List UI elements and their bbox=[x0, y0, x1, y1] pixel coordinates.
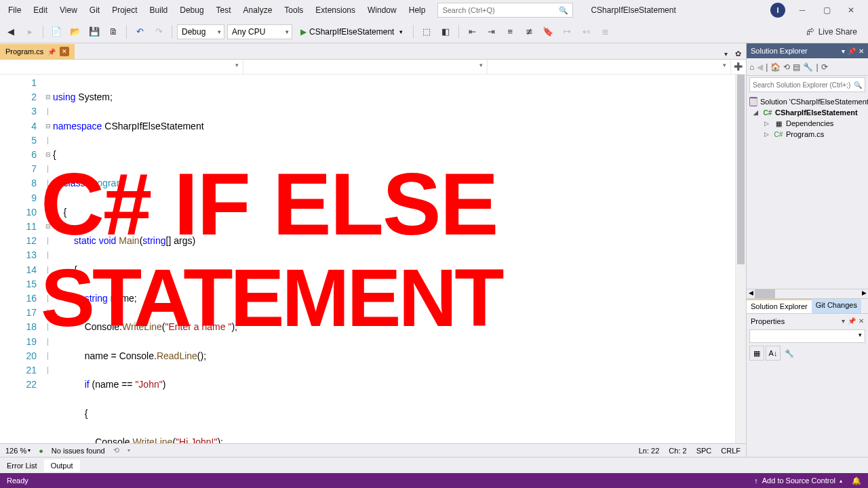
save-button[interactable]: 💾 bbox=[86, 24, 102, 40]
tab-git-changes[interactable]: Git Changes bbox=[812, 299, 861, 313]
menu-tools[interactable]: Tools bbox=[279, 3, 309, 18]
solution-search-input[interactable]: Search Solution Explorer (Ctrl+;) 🔍 bbox=[749, 77, 865, 92]
undo-button[interactable]: ↶ bbox=[132, 24, 148, 40]
user-avatar[interactable]: I bbox=[770, 3, 785, 18]
open-button[interactable]: 📂 bbox=[67, 24, 83, 40]
menu-build[interactable]: Build bbox=[144, 3, 174, 18]
tb-icon-8[interactable]: ↦ bbox=[559, 24, 575, 40]
code-content[interactable]: using System; namespace CSharpIfElseStat… bbox=[53, 75, 735, 443]
indent-inc-button[interactable]: ⇥ bbox=[483, 24, 499, 40]
nav-project-combo[interactable] bbox=[0, 60, 243, 74]
bookmark-button[interactable]: 🔖 bbox=[540, 24, 556, 40]
pin-icon[interactable]: 📌 bbox=[47, 48, 56, 56]
code-editor[interactable]: 12345678910111213141516171819202122 ⊟│⊟│… bbox=[0, 75, 746, 443]
se-wrench-icon[interactable]: 🔧 bbox=[803, 62, 813, 72]
menu-project[interactable]: Project bbox=[106, 3, 142, 18]
se-sync-icon[interactable]: ⟲ bbox=[783, 62, 790, 72]
se-home2-icon[interactable]: 🏠 bbox=[770, 62, 781, 72]
expand-icon[interactable]: ▷ bbox=[764, 120, 771, 127]
check-icon: ● bbox=[39, 447, 43, 455]
line-label: Ln: 22 bbox=[639, 447, 660, 455]
close-tab-button[interactable]: ✕ bbox=[60, 47, 69, 56]
zoom-combo[interactable]: 126 %▾ bbox=[5, 447, 31, 455]
nav-add-button[interactable]: ✚ bbox=[731, 60, 746, 74]
properties-combo[interactable] bbox=[749, 329, 865, 343]
tree-solution[interactable]: ⬜ Solution 'CSharpIfElseStatement' bbox=[748, 96, 867, 107]
se-home-icon[interactable]: ⌂ bbox=[749, 62, 754, 72]
nav-class-combo[interactable] bbox=[243, 60, 487, 74]
tab-output[interactable]: Output bbox=[44, 460, 80, 472]
se-refresh-icon[interactable]: ⟳ bbox=[821, 62, 828, 72]
add-source-control-button[interactable]: Add to Source Control bbox=[762, 476, 835, 485]
expand-icon[interactable]: ▷ bbox=[764, 131, 771, 138]
vertical-scrollbar[interactable] bbox=[735, 75, 746, 443]
props-wrench-button[interactable]: 🔧 bbox=[782, 346, 797, 361]
maximize-button[interactable]: ▢ bbox=[819, 3, 834, 18]
menu-analyze[interactable]: Analyze bbox=[238, 3, 278, 18]
comment-button[interactable]: ≡ bbox=[502, 24, 518, 40]
file-tab-program[interactable]: Program.cs 📌 ✕ bbox=[0, 44, 75, 59]
menu-extensions[interactable]: Extensions bbox=[310, 3, 361, 18]
config-combo[interactable]: Debug bbox=[177, 24, 224, 39]
properties-title: Properties ▾ 📌 ✕ bbox=[747, 313, 868, 328]
play-icon: ▶ bbox=[300, 27, 307, 37]
live-share-button[interactable]: ⮳ Live Share bbox=[798, 27, 865, 37]
search-input[interactable]: Search (Ctrl+Q) 🔍 bbox=[437, 3, 573, 18]
save-all-button[interactable]: 🗎 bbox=[105, 24, 121, 40]
notification-icon[interactable]: 🔔 bbox=[852, 476, 861, 485]
tab-dropdown-button[interactable]: ▾ bbox=[720, 48, 731, 59]
tab-error-list[interactable]: Error List bbox=[0, 460, 44, 472]
menu-window[interactable]: Window bbox=[362, 3, 402, 18]
tree-project[interactable]: ◢ C# CSharpIfElseStatement bbox=[748, 107, 867, 118]
bottom-tab-strip: Error List Output bbox=[0, 457, 868, 473]
tb-icon-10[interactable]: ≣ bbox=[597, 24, 613, 40]
expand-icon[interactable]: ◢ bbox=[753, 109, 760, 116]
props-pin-icon[interactable]: 📌 bbox=[848, 317, 856, 325]
tree-hscroll[interactable]: ◀ ▶ bbox=[747, 289, 868, 298]
menu-git[interactable]: Git bbox=[84, 3, 105, 18]
menu-file[interactable]: File bbox=[3, 3, 26, 18]
nav-fwd-button[interactable]: ▸ bbox=[22, 24, 38, 40]
new-project-button[interactable]: 📄 bbox=[48, 24, 64, 40]
fold-column[interactable]: ⊟│⊟│⊟││││⊟│││⊟││││││ bbox=[43, 75, 53, 443]
minimize-button[interactable]: ─ bbox=[795, 3, 810, 18]
tree-deps[interactable]: ▷ ▦ Dependencies bbox=[748, 118, 867, 129]
run-button[interactable]: ▶ CSharpIfElseStatement ▾ bbox=[295, 24, 408, 40]
panel-pin-icon[interactable]: 📌 bbox=[848, 47, 856, 55]
nav-member-combo[interactable] bbox=[488, 60, 731, 74]
tb-icon-9[interactable]: ↤ bbox=[578, 24, 594, 40]
menu-help[interactable]: Help bbox=[403, 3, 431, 18]
solution-tree[interactable]: ⬜ Solution 'CSharpIfElseStatement' ◢ C# … bbox=[747, 94, 868, 289]
props-az-button[interactable]: A↓ bbox=[766, 346, 781, 361]
search-icon: 🔍 bbox=[854, 81, 862, 89]
nav-back-button[interactable]: ◀ bbox=[3, 24, 19, 40]
close-button[interactable]: ✕ bbox=[844, 3, 859, 18]
nav-prev-icon[interactable]: ⟲ bbox=[113, 446, 119, 455]
panel-dropdown-icon[interactable]: ▾ bbox=[842, 47, 845, 55]
tb-icon-2[interactable]: ◧ bbox=[437, 24, 454, 40]
se-filter-icon[interactable]: ▤ bbox=[793, 62, 800, 72]
indent-dec-button[interactable]: ⇤ bbox=[464, 24, 480, 40]
se-back-icon[interactable]: ◀ bbox=[757, 62, 763, 72]
props-close-icon[interactable]: ✕ bbox=[859, 317, 864, 325]
solution-explorer-title: Solution Explorer ▾ 📌 ✕ bbox=[747, 43, 868, 58]
redo-button[interactable]: ↷ bbox=[151, 24, 167, 40]
tab-settings-button[interactable]: ✿ bbox=[732, 48, 743, 59]
menu-test[interactable]: Test bbox=[211, 3, 237, 18]
solution-name-label: CSharpIfElseStatement bbox=[591, 5, 675, 15]
tree-program[interactable]: ▷ C# Program.cs bbox=[748, 129, 867, 140]
platform-combo[interactable]: Any CPU bbox=[227, 24, 292, 39]
panel-close-icon[interactable]: ✕ bbox=[859, 47, 864, 55]
scroll-thumb[interactable] bbox=[737, 75, 745, 264]
tb-icon-1[interactable]: ⬚ bbox=[418, 24, 435, 40]
menu-debug[interactable]: Debug bbox=[174, 3, 209, 18]
menu-view[interactable]: View bbox=[54, 3, 83, 18]
menu-edit[interactable]: Edit bbox=[28, 3, 53, 18]
uncomment-button[interactable]: ≢ bbox=[521, 24, 537, 40]
properties-toolbar: ▦ A↓ 🔧 bbox=[747, 344, 868, 362]
props-cat-button[interactable]: ▦ bbox=[749, 346, 764, 361]
props-dropdown-icon[interactable]: ▾ bbox=[842, 317, 845, 325]
tab-solution-explorer[interactable]: Solution Explorer bbox=[747, 299, 812, 313]
source-control-icon: ↑ bbox=[754, 476, 758, 485]
right-panel-tabs: Solution Explorer Git Changes bbox=[747, 298, 868, 313]
